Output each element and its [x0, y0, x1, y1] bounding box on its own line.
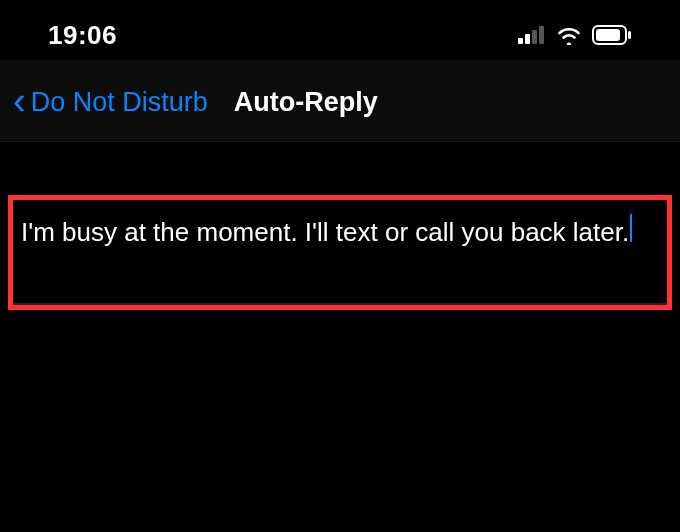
- status-bar: 19:06: [0, 0, 680, 60]
- svg-rect-1: [525, 34, 530, 44]
- wifi-icon: [556, 25, 582, 45]
- text-caret: [630, 214, 632, 242]
- auto-reply-text-value: I'm busy at the moment. I'll text or cal…: [21, 217, 629, 247]
- battery-icon: [592, 25, 632, 45]
- svg-rect-0: [518, 38, 523, 44]
- chevron-left-icon: ‹: [13, 82, 26, 120]
- cellular-signal-icon: [518, 26, 546, 44]
- annotation-highlight: I'm busy at the moment. I'll text or cal…: [8, 195, 672, 310]
- page-title: Auto-Reply: [234, 87, 378, 118]
- status-time: 19:06: [48, 20, 117, 51]
- back-button[interactable]: ‹ Do Not Disturb: [13, 86, 208, 120]
- svg-rect-5: [596, 29, 620, 41]
- navigation-bar: ‹ Do Not Disturb Auto-Reply: [0, 60, 680, 142]
- auto-reply-text-input[interactable]: I'm busy at the moment. I'll text or cal…: [13, 200, 667, 305]
- svg-rect-3: [539, 26, 544, 44]
- svg-rect-2: [532, 30, 537, 44]
- svg-rect-6: [628, 31, 631, 39]
- content-area: I'm busy at the moment. I'll text or cal…: [0, 142, 680, 310]
- back-button-label: Do Not Disturb: [31, 87, 208, 118]
- status-icons: [518, 25, 632, 45]
